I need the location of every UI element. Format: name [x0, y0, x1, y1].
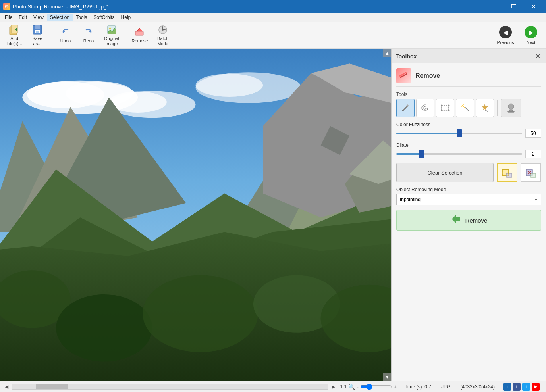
time-status: Time (s): 0.7 — [400, 381, 436, 392]
menu-view[interactable]: View — [30, 14, 47, 21]
add-selection-mode-button[interactable] — [497, 163, 517, 182]
next-button[interactable]: ▶ Next — [519, 24, 543, 47]
undo-label: Undo — [60, 38, 71, 44]
add-files-button[interactable]: AddFile(s)... — [3, 24, 25, 47]
zoom-level: 1:1 — [340, 384, 347, 390]
original-image-button[interactable]: OriginalImage — [100, 24, 123, 47]
navigation-area: ◀ Previous ▶ Next — [490, 24, 543, 47]
svg-line-60 — [485, 110, 488, 111]
dimensions-status: (4032x3024x24) — [455, 381, 500, 392]
previous-circle-icon: ◀ — [499, 26, 512, 38]
menu-tools[interactable]: Tools — [73, 14, 90, 21]
toolbar-edit-group: Undo Redo OriginalImage — [54, 24, 126, 47]
star-wand-tool-button[interactable] — [476, 99, 494, 117]
window-title: Photo Stamp Remover - IMG_1599-1.jpg* — [13, 4, 108, 10]
youtube-icon[interactable]: ▶ — [532, 383, 540, 391]
zoom-slider[interactable] — [360, 384, 392, 390]
dilate-label: Dilate — [396, 142, 541, 148]
svg-rect-65 — [506, 173, 512, 177]
svg-point-36 — [143, 275, 258, 352]
remove-action-label: Remove — [465, 217, 488, 224]
rect-select-tool-button[interactable] — [436, 99, 454, 117]
twitter-icon[interactable]: t — [522, 383, 530, 391]
image-scroll-down[interactable]: ▼ — [383, 373, 391, 381]
color-fuzziness-value[interactable]: 50 — [525, 129, 541, 138]
h-scroll-left-button[interactable]: ◀ — [3, 382, 10, 391]
lasso-tool-button[interactable] — [416, 99, 434, 117]
maximize-button[interactable]: 🗖 — [505, 0, 523, 13]
image-scroll-up[interactable]: ▲ — [383, 49, 391, 57]
tools-row — [396, 99, 541, 117]
tools-section: Tools — [396, 92, 541, 117]
object-removing-mode-section: Object Removing Mode Inpainting Content-… — [396, 187, 541, 205]
pencil-tool-button[interactable] — [396, 99, 415, 117]
toolbox-close-button[interactable]: ✕ — [534, 52, 542, 61]
original-image-label: OriginalImage — [104, 36, 119, 46]
svg-rect-63 — [508, 111, 514, 112]
facebook-icon[interactable]: f — [513, 383, 521, 391]
remove-section-title: Remove — [415, 72, 440, 79]
dilate-thumb[interactable] — [419, 150, 424, 158]
dilate-section: Dilate 2 — [396, 142, 541, 158]
remove-selection-mode-button[interactable] — [521, 163, 541, 182]
main-image — [0, 49, 391, 381]
color-fuzziness-thumb[interactable] — [457, 129, 462, 137]
minimize-button[interactable]: — — [485, 0, 503, 13]
menu-bar: File Edit View Selection Tools SoftOrbit… — [0, 13, 546, 22]
svg-line-51 — [465, 108, 469, 111]
zoom-plus-button[interactable]: + — [394, 384, 397, 390]
toolbox-body: Remove Tools — [392, 63, 546, 235]
menu-file[interactable]: File — [2, 14, 15, 21]
batch-mode-button[interactable]: BatchMode — [152, 24, 174, 47]
dilate-fill — [396, 153, 421, 155]
dimensions-value: (4032x3024x24) — [460, 384, 495, 390]
remove-action-button[interactable]: Remove — [396, 210, 541, 231]
original-image-icon — [106, 24, 117, 35]
magic-wand-tool-button[interactable] — [456, 99, 474, 117]
toolbar: AddFile(s)... Saveas... Undo — [0, 22, 546, 49]
object-removing-mode-dropdown[interactable]: Inpainting Content-Aware Fill Smart Fill — [396, 194, 541, 205]
zoom-minus-button[interactable]: - — [357, 384, 359, 390]
svg-point-48 — [448, 105, 450, 106]
menu-help[interactable]: Help — [118, 14, 134, 21]
color-fuzziness-track[interactable] — [396, 133, 522, 134]
next-circle-icon: ▶ — [525, 26, 537, 38]
stamp-tool-button[interactable] — [501, 99, 521, 117]
h-scroll-thumb[interactable] — [36, 384, 68, 389]
remove-action-icon — [450, 213, 461, 227]
save-as-button[interactable]: Saveas... — [26, 24, 48, 47]
redo-icon — [83, 27, 94, 38]
previous-button[interactable]: ◀ Previous — [494, 24, 517, 47]
remove-toolbar-button[interactable]: Remove — [129, 24, 151, 47]
object-removing-mode-dropdown-wrapper: Inpainting Content-Aware Fill Smart Fill… — [396, 194, 541, 205]
batch-mode-icon — [157, 24, 168, 35]
redo-button[interactable]: Redo — [77, 24, 100, 47]
image-area[interactable]: ▲ ▼ — [0, 49, 391, 381]
horizontal-scrollbar[interactable] — [12, 384, 328, 390]
svg-rect-7 — [36, 31, 39, 33]
remove-toolbar-icon — [134, 27, 145, 38]
tools-label: Tools — [396, 92, 541, 97]
add-files-icon — [9, 24, 20, 35]
toolbox-title: Toolbox — [396, 53, 417, 60]
toolbox-header: Toolbox ✕ — [392, 49, 546, 63]
clear-selection-label: Clear Selection — [427, 170, 462, 176]
remove-section-icon — [396, 68, 411, 83]
toolbar-file-group: AddFile(s)... Saveas... — [3, 24, 52, 47]
redo-label: Redo — [83, 38, 94, 44]
h-scroll-right-button[interactable]: ▶ — [330, 382, 337, 391]
close-button[interactable]: ✕ — [525, 0, 543, 13]
svg-point-35 — [56, 294, 152, 362]
clear-selection-row: Clear Selection — [396, 163, 541, 182]
clear-selection-button[interactable]: Clear Selection — [396, 163, 494, 182]
info-icon[interactable]: ℹ — [503, 383, 511, 391]
menu-softorbits[interactable]: SoftOrbits — [90, 14, 118, 21]
dilate-track[interactable] — [396, 153, 522, 155]
save-as-icon — [32, 24, 43, 35]
menu-selection[interactable]: Selection — [47, 14, 73, 21]
menu-edit[interactable]: Edit — [15, 14, 30, 21]
dilate-value[interactable]: 2 — [525, 150, 541, 158]
undo-button[interactable]: Undo — [54, 24, 77, 47]
remove-section-header: Remove — [396, 68, 541, 87]
time-value: Time (s): 0.7 — [405, 384, 431, 390]
